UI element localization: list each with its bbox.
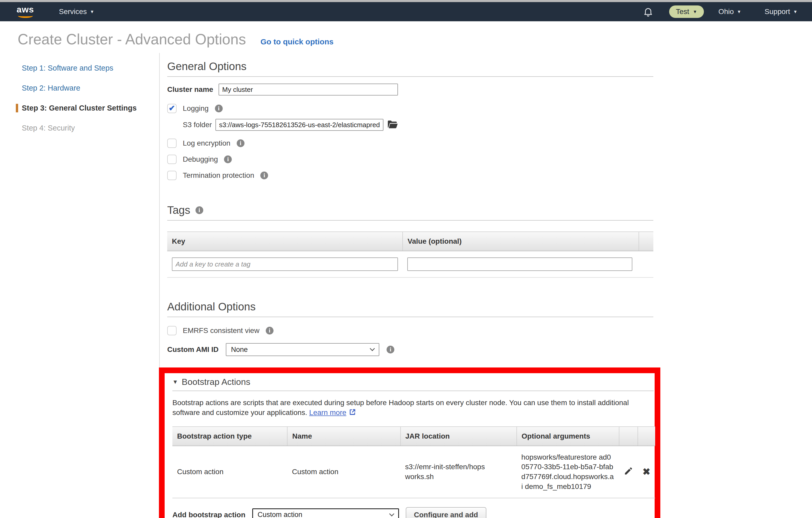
bootstrap-row-args: hopsworks/featurestore ad005770-33b5-11e…	[517, 446, 619, 498]
bootstrap-description: Bootstrap actions are scripts that are e…	[172, 398, 639, 417]
bootstrap-description-text: Bootstrap actions are scripts that are e…	[172, 399, 629, 416]
tags-col-value: Value (optional)	[403, 232, 639, 251]
divider	[167, 76, 653, 77]
chevron-down-icon: ▼	[737, 9, 741, 14]
divider	[172, 390, 654, 391]
page-header: Create Cluster - Advanced Options Go to …	[0, 21, 812, 48]
bootstrap-col-jar: JAR location	[401, 427, 517, 446]
debugging-checkbox[interactable]	[167, 155, 177, 164]
aws-logo-text: aws	[17, 5, 34, 13]
bootstrap-col-args: Optional arguments	[517, 427, 619, 446]
general-options-heading: General Options	[167, 60, 653, 73]
bootstrap-col-edit	[619, 427, 638, 446]
debugging-label: Debugging	[183, 155, 218, 163]
support-label: Support	[764, 7, 790, 16]
bootstrap-col-name: Name	[287, 427, 400, 446]
services-label: Services	[59, 7, 87, 16]
tag-input-row	[167, 251, 653, 277]
chevron-down-icon: ▼	[693, 9, 697, 14]
tags-col-key: Key	[167, 232, 403, 251]
tags-heading: Tags	[167, 204, 190, 216]
tags-col-actions	[639, 232, 654, 251]
tag-value-input[interactable]	[407, 257, 632, 271]
log-encryption-checkbox[interactable]	[167, 139, 177, 148]
debugging-info-icon[interactable]	[224, 156, 232, 163]
sidebar-item-step1[interactable]: Step 1: Software and Steps	[22, 64, 159, 73]
custom-ami-selected-value: None	[231, 346, 248, 354]
bootstrap-col-type: Bootstrap action type	[172, 427, 287, 446]
region-label: Ohio	[718, 7, 734, 16]
aws-logo[interactable]: aws	[17, 5, 34, 18]
sidebar-item-step3-current: Step 3: General Cluster Settings	[16, 104, 159, 112]
chevron-down-icon	[370, 346, 375, 351]
page-title: Create Cluster - Advanced Options	[18, 31, 246, 48]
configure-and-add-button[interactable]: Configure and add	[406, 507, 486, 518]
add-bootstrap-action-label: Add bootstrap action	[172, 511, 245, 518]
custom-ami-select[interactable]: None	[226, 343, 379, 356]
cluster-name-input[interactable]	[219, 84, 398, 96]
emrfs-checkbox[interactable]	[167, 326, 177, 335]
chevron-down-icon: ▼	[90, 9, 94, 14]
log-encryption-info-icon[interactable]	[237, 139, 244, 147]
divider	[167, 220, 653, 221]
termination-protection-info-icon[interactable]	[260, 171, 268, 179]
logging-label: Logging	[183, 104, 209, 113]
divider	[167, 317, 653, 317]
emrfs-info-icon[interactable]	[266, 327, 273, 334]
steps-sidebar: Step 1: Software and Steps Step 2: Hardw…	[0, 53, 160, 515]
region-menu[interactable]: Ohio ▼	[718, 7, 741, 16]
bootstrap-actions-heading: Bootstrap Actions	[182, 377, 251, 387]
chevron-down-icon	[389, 511, 394, 516]
custom-ami-label: Custom AMI ID	[167, 346, 219, 354]
additional-options-heading: Additional Options	[167, 301, 653, 313]
log-encryption-label: Log encryption	[183, 139, 230, 147]
services-menu[interactable]: Services ▼	[59, 7, 94, 16]
tag-key-input[interactable]	[172, 257, 398, 271]
notifications-bell-icon[interactable]	[643, 6, 654, 17]
tags-info-icon[interactable]	[196, 206, 203, 214]
browse-folder-icon[interactable]	[387, 120, 398, 130]
logging-checkbox[interactable]	[167, 104, 177, 113]
bootstrap-row-jar: s3://emr-init-steffen/hopsworks.sh	[401, 446, 517, 498]
chevron-down-icon: ▼	[793, 9, 798, 14]
custom-ami-info-icon[interactable]	[386, 346, 394, 353]
emrfs-label: EMRFS consistent view	[183, 326, 260, 335]
sidebar-item-step2[interactable]: Step 2: Hardware	[22, 84, 159, 92]
window-edge	[0, 0, 812, 2]
bootstrap-actions-highlight-box: ▼ Bootstrap Actions Bootstrap actions ar…	[159, 367, 660, 518]
account-menu[interactable]: Test ▼	[669, 5, 704, 18]
bootstrap-table: Bootstrap action type Name JAR location …	[172, 427, 655, 498]
go-to-quick-options-link[interactable]: Go to quick options	[261, 37, 334, 46]
bootstrap-row-name: Custom action	[287, 446, 400, 498]
termination-protection-checkbox[interactable]	[167, 171, 177, 180]
s3-folder-label: S3 folder	[183, 121, 212, 129]
bootstrap-actions-toggle[interactable]: ▼ Bootstrap Actions	[172, 377, 654, 387]
add-bootstrap-selected-value: Custom action	[258, 511, 302, 518]
sidebar-item-step4: Step 4: Security	[22, 124, 159, 132]
bootstrap-col-delete	[638, 427, 655, 446]
delete-x-icon[interactable]: ✖	[642, 466, 650, 477]
cluster-name-label: Cluster name	[167, 85, 219, 94]
divider	[167, 277, 653, 278]
termination-protection-label: Termination protection	[183, 171, 254, 180]
tags-table: Key Value (optional)	[167, 231, 653, 277]
external-link-icon	[348, 408, 356, 416]
account-label: Test	[676, 7, 689, 16]
bootstrap-row-type: Custom action	[172, 446, 287, 498]
collapse-triangle-icon: ▼	[172, 379, 178, 385]
aws-smile-swoosh	[18, 14, 33, 18]
add-bootstrap-action-select[interactable]: Custom action	[252, 509, 399, 518]
aws-navbar: aws Services ▼ Test ▼ Ohio ▼ Support ▼	[0, 2, 812, 21]
logging-info-icon[interactable]	[215, 105, 223, 112]
bootstrap-action-row: Custom action Custom action s3://emr-ini…	[172, 446, 655, 498]
edit-pencil-icon[interactable]	[624, 466, 633, 476]
s3-folder-input[interactable]	[215, 119, 383, 131]
support-menu[interactable]: Support ▼	[764, 7, 798, 16]
learn-more-link[interactable]: Learn more	[309, 408, 346, 416]
